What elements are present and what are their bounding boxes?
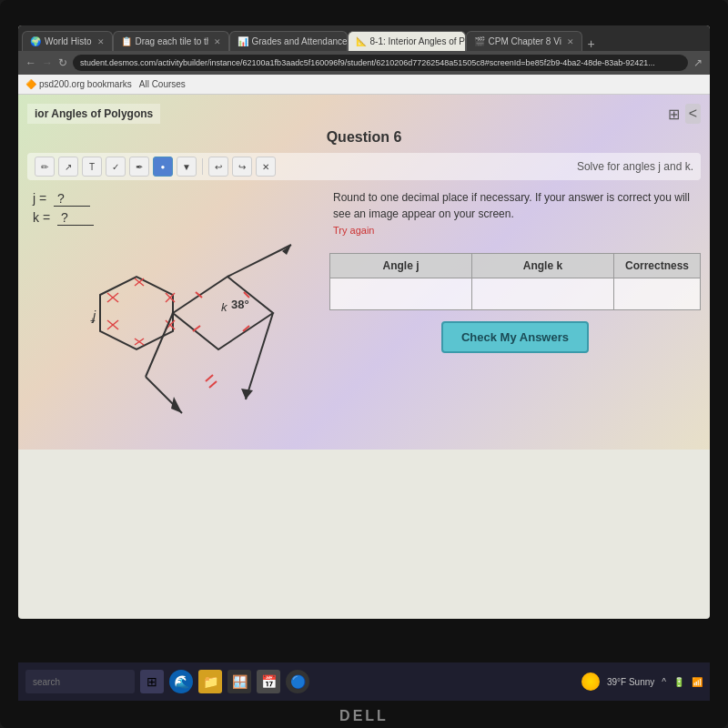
toolbar-separator [202, 158, 203, 175]
redo-tool[interactable]: ↪ [232, 157, 252, 177]
instruction-text: Round to one decimal place if necessary.… [329, 186, 701, 242]
line-upper [228, 245, 291, 277]
tab-interior-angles-icon: 📐 [356, 36, 367, 46]
address-bar: ← → ↻ ↗ [18, 51, 710, 75]
angle-j-input[interactable] [341, 288, 460, 301]
wifi-icon: 📶 [692, 677, 703, 687]
content-area: ior Angles of Polygons ⊞ < Question 6 ✏ … [18, 95, 710, 450]
taskbar-right: 39°F Sunny ^ 🔋 📶 [581, 672, 703, 691]
j-value: ? [54, 191, 90, 207]
tab-interior-angles-label: 8-1: Interior Angles of Polyg [370, 36, 466, 46]
refresh-icon[interactable]: ↻ [58, 56, 67, 69]
main-layout: j = ? k = ? [27, 186, 701, 440]
svg-text:+: + [90, 316, 96, 326]
left-panel: j = ? k = ? [27, 186, 318, 440]
tab-drag-tiles-label: Drag each tile to the correc [136, 36, 208, 46]
tab-cpm-video-close[interactable]: ✕ [567, 37, 574, 46]
tab-drag-tiles[interactable]: 📋 Drag each tile to the correc ✕ [113, 31, 229, 51]
weather-icon [581, 672, 600, 691]
battery-icon: 🔋 [673, 677, 684, 687]
text-tool[interactable]: T [82, 157, 102, 177]
search-input[interactable] [25, 670, 135, 693]
tab-grades[interactable]: 📊 Grades and Attendance ✕ [229, 31, 348, 51]
line-lower-right [246, 313, 273, 399]
dropdown-tool[interactable]: ▼ [177, 157, 197, 177]
arrow-tool[interactable]: ↗ [58, 157, 78, 177]
tab-drag-tiles-icon: 📋 [121, 36, 132, 46]
tab-cpm-video-icon: 🎬 [474, 36, 485, 46]
expand-icon[interactable]: < [685, 104, 701, 124]
tab-interior-angles[interactable]: 📐 8-1: Interior Angles of Polyg ✕ [348, 31, 466, 51]
taskbar-edge-icon[interactable]: 🌊 [169, 670, 193, 693]
pencil-tool[interactable]: ✏ [35, 157, 55, 177]
forward-icon[interactable]: → [42, 56, 53, 69]
k-value: ? [57, 210, 94, 226]
bookmark-psd200[interactable]: 🔶 psd200.org bookmarks [25, 79, 132, 89]
laptop-bezel: 🌍 World Histo ✕ 📋 Drag each tile to the … [0, 0, 728, 728]
toolbar: ✏ ↗ T ✓ ✒ ● ▼ ↩ ↪ ✕ Solve for angles j a… [27, 153, 701, 180]
angle-k-input[interactable] [483, 288, 602, 301]
undo-tool[interactable]: ↩ [208, 157, 228, 177]
k-fig-label: k [221, 300, 228, 314]
page-title: ior Angles of Polygons [27, 104, 160, 124]
tab-world-history-label: World Histo [45, 36, 92, 46]
marker-tool[interactable]: ✒ [129, 157, 149, 177]
line-lower-left [146, 313, 173, 377]
correctness-cell [613, 278, 700, 310]
tab-grades-icon: 📊 [238, 36, 248, 46]
angle-j-input-cell[interactable] [330, 278, 472, 310]
tab-world-history[interactable]: 🌍 World Histo ✕ [22, 31, 113, 51]
angle-label: 38° [231, 298, 249, 311]
col-correctness: Correctness [613, 254, 700, 278]
address-input[interactable] [73, 55, 688, 71]
j-label: j = [33, 191, 46, 206]
tab-grades-label: Grades and Attendance [252, 36, 348, 46]
check-tool[interactable]: ✓ [106, 157, 126, 177]
tab-cpm-video[interactable]: 🎬 CPM Chapter 8 Video Playli ✕ [466, 31, 582, 51]
share-icon[interactable]: ↗ [693, 56, 703, 69]
taskbar-grid-icon[interactable]: ⊞ [140, 670, 164, 693]
angle-k-input-cell[interactable] [471, 278, 613, 310]
geometry-figure: j + [27, 240, 300, 440]
svg-marker-19 [171, 397, 182, 413]
weather-text: 39°F Sunny [607, 677, 654, 687]
col-angle-j: Angle j [330, 254, 472, 278]
answer-row [330, 278, 701, 310]
tab-drag-tiles-close[interactable]: ✕ [214, 37, 221, 46]
k-label: k = [33, 210, 50, 225]
taskbar-windows-icon[interactable]: 🪟 [228, 670, 251, 693]
check-answers-button[interactable]: Check My Answers [441, 321, 589, 353]
screen: 🌍 World Histo ✕ 📋 Drag each tile to the … [18, 25, 710, 619]
svg-line-20 [206, 375, 213, 381]
taskbar-calendar-icon[interactable]: 📅 [257, 670, 280, 693]
bookmark-all-courses[interactable]: All Courses [139, 79, 186, 89]
grid-icon[interactable]: ⊞ [668, 106, 680, 123]
hint-text: Round to one decimal place if necessary.… [333, 191, 690, 220]
answer-table: Angle j Angle k Correctness [329, 253, 701, 310]
circle-icon: 🔶 [25, 79, 36, 89]
back-icon[interactable]: ← [25, 56, 36, 69]
tab-world-history-close[interactable]: ✕ [97, 37, 105, 46]
question-title: Question 6 [27, 129, 701, 146]
geometry-svg: j + [27, 240, 300, 440]
right-panel: Round to one decimal place if necessary.… [329, 186, 701, 440]
bookmark-all-courses-label: All Courses [139, 79, 186, 89]
svg-line-15 [193, 326, 200, 331]
new-tab-button[interactable]: + [584, 36, 599, 51]
svg-line-21 [209, 381, 217, 388]
clear-tool[interactable]: ✕ [256, 157, 276, 177]
color-tool[interactable]: ● [153, 157, 173, 177]
tab-cpm-video-label: CPM Chapter 8 Video Playli [489, 36, 561, 46]
taskbar-arrow[interactable]: ^ [662, 677, 666, 687]
bookmarks-bar: 🔶 psd200.org bookmarks All Courses [18, 75, 710, 95]
dell-logo: DELL [339, 708, 389, 724]
tabs-bar: 🌍 World Histo ✕ 📋 Drag each tile to the … [18, 25, 710, 51]
tab-world-history-icon: 🌍 [30, 36, 41, 46]
bookmark-psd200-label: psd200.org bookmarks [39, 79, 132, 89]
instruction-label: Solve for angles j and k. [577, 160, 693, 173]
col-angle-k: Angle k [471, 254, 613, 278]
taskbar-chrome-icon[interactable]: 🔵 [286, 670, 309, 693]
taskbar-files-icon[interactable]: 📁 [198, 670, 222, 693]
variables-display: j = ? k = ? [27, 186, 318, 231]
taskbar: ⊞ 🌊 📁 🪟 📅 🔵 39°F Sunny ^ 🔋 📶 [18, 662, 710, 701]
